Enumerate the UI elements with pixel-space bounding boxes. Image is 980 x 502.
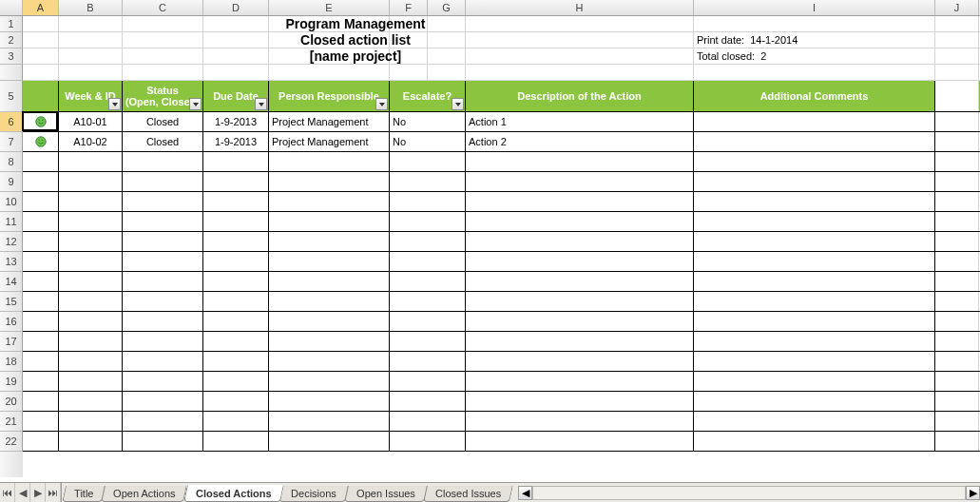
empty-cell[interactable]	[935, 392, 979, 411]
scroll-left-icon[interactable]: ◀	[518, 486, 532, 500]
empty-cell[interactable]	[935, 172, 979, 191]
table-row[interactable]: A10-02 Closed 1-9-2013 Project Managemen…	[23, 132, 980, 152]
sheet-tab[interactable]: Closed Actions	[183, 485, 283, 502]
empty-cell[interactable]	[269, 212, 390, 231]
filter-dropdown-icon[interactable]	[452, 98, 464, 110]
empty-cell[interactable]	[123, 252, 203, 271]
header-description[interactable]: Description of the Action	[466, 81, 694, 111]
filter-dropdown-icon[interactable]	[255, 98, 267, 110]
row-header-2[interactable]: 2	[0, 32, 23, 48]
row-header-8[interactable]: 8	[0, 152, 23, 172]
row-header-9[interactable]: 9	[0, 172, 23, 192]
empty-cell[interactable]	[23, 272, 59, 291]
empty-cell[interactable]	[694, 392, 935, 411]
col-header-I[interactable]: I	[694, 0, 935, 15]
cell-escalate[interactable]: No	[390, 112, 466, 131]
empty-cell[interactable]	[203, 432, 269, 451]
empty-cell[interactable]	[390, 432, 466, 451]
col-header-F[interactable]: F	[390, 0, 428, 15]
empty-cell[interactable]	[23, 392, 59, 411]
empty-cell[interactable]	[59, 392, 123, 411]
cell-status[interactable]: Closed	[123, 132, 203, 151]
table-row[interactable]	[23, 172, 980, 192]
row-header-11[interactable]: 11	[0, 212, 23, 232]
sheet-tab[interactable]: Closed Issues	[423, 486, 513, 502]
row-header-21[interactable]: 21	[0, 412, 23, 432]
row-header-16[interactable]: 16	[0, 312, 23, 332]
empty-cell[interactable]	[390, 232, 466, 251]
empty-cell[interactable]	[390, 272, 466, 291]
empty-cell[interactable]	[466, 272, 694, 291]
empty-cell[interactable]	[935, 412, 979, 431]
header-person[interactable]: Person Responsible	[269, 81, 390, 111]
table-row[interactable]	[23, 292, 980, 312]
col-header-J[interactable]: J	[935, 0, 979, 15]
empty-cell[interactable]	[23, 432, 59, 451]
empty-cell[interactable]	[59, 372, 123, 391]
empty-cell[interactable]	[203, 192, 269, 211]
empty-cell[interactable]	[466, 332, 694, 351]
row-header-3[interactable]: 3	[0, 48, 23, 65]
empty-cell[interactable]	[23, 292, 59, 311]
empty-cell[interactable]	[269, 332, 390, 351]
row-header-1[interactable]: 1	[0, 16, 23, 32]
empty-cell[interactable]	[269, 292, 390, 311]
empty-cell[interactable]	[694, 252, 935, 271]
empty-cell[interactable]	[390, 212, 466, 231]
sheet-tab[interactable]: Open Actions	[102, 486, 188, 502]
header-week-id[interactable]: Week & ID	[59, 81, 123, 111]
empty-cell[interactable]	[59, 172, 123, 191]
empty-cell[interactable]	[23, 232, 59, 251]
sheet-tab[interactable]: Open Issues	[344, 486, 427, 502]
empty-cell[interactable]	[466, 212, 694, 231]
empty-cell[interactable]	[390, 172, 466, 191]
col-header-E[interactable]: E	[269, 0, 390, 15]
row-header-13[interactable]: 13	[0, 252, 23, 272]
empty-cell[interactable]	[203, 152, 269, 171]
cell-escalate[interactable]: No	[390, 132, 466, 151]
empty-cell[interactable]	[123, 352, 203, 371]
empty-cell[interactable]	[123, 212, 203, 231]
cell-empty-j[interactable]	[935, 132, 979, 151]
table-row[interactable]	[23, 312, 980, 332]
row-header-12[interactable]: 12	[0, 232, 23, 252]
empty-cell[interactable]	[23, 152, 59, 171]
tab-nav-next-icon[interactable]: ▶	[30, 483, 46, 502]
empty-cell[interactable]	[466, 392, 694, 411]
empty-cell[interactable]	[59, 232, 123, 251]
empty-cell[interactable]	[694, 272, 935, 291]
empty-cell[interactable]	[390, 312, 466, 331]
empty-cell[interactable]	[23, 352, 59, 371]
cell-description[interactable]: Action 2	[466, 132, 694, 151]
empty-cell[interactable]	[935, 152, 979, 171]
empty-cell[interactable]	[466, 312, 694, 331]
header-due-date[interactable]: Due Date	[203, 81, 269, 111]
empty-cell[interactable]	[59, 432, 123, 451]
scroll-right-icon[interactable]: ▶	[966, 486, 980, 500]
empty-cell[interactable]	[935, 372, 979, 391]
cell-description[interactable]: Action 1	[466, 112, 694, 131]
table-row[interactable]	[23, 232, 980, 252]
row-header-10[interactable]: 10	[0, 192, 23, 212]
col-header-H[interactable]: H	[466, 0, 694, 15]
empty-cell[interactable]	[466, 192, 694, 211]
filter-dropdown-icon[interactable]	[189, 98, 202, 110]
cell-empty-j[interactable]	[935, 112, 979, 131]
header-status[interactable]: Status(Open, Closed)	[123, 81, 203, 111]
empty-cell[interactable]	[203, 372, 269, 391]
filter-dropdown-icon[interactable]	[375, 98, 388, 110]
empty-cell[interactable]	[59, 332, 123, 351]
tab-nav-first-icon[interactable]: ⏮	[0, 483, 15, 502]
empty-cell[interactable]	[390, 372, 466, 391]
empty-cell[interactable]	[123, 372, 203, 391]
empty-cell[interactable]	[269, 192, 390, 211]
cell-comments[interactable]	[694, 132, 935, 151]
empty-cell[interactable]	[390, 392, 466, 411]
empty-cell[interactable]	[935, 192, 979, 211]
empty-cell[interactable]	[694, 372, 935, 391]
table-row[interactable]	[23, 412, 980, 432]
empty-cell[interactable]	[59, 152, 123, 171]
empty-cell[interactable]	[694, 292, 935, 311]
empty-cell[interactable]	[59, 312, 123, 331]
empty-cell[interactable]	[269, 392, 390, 411]
